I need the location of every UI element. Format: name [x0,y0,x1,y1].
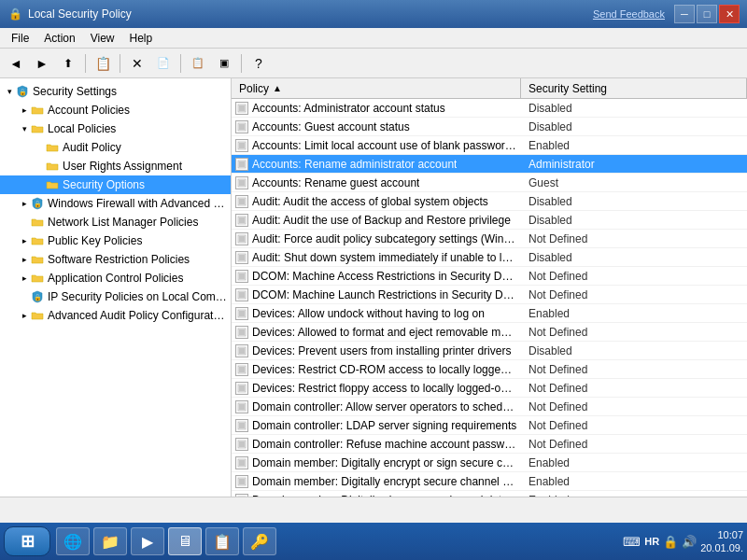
tree-icon-network-list [30,215,45,230]
table-row[interactable]: Domain controller: LDAP server signing r… [232,416,747,435]
policy-cell: Accounts: Rename guest account [232,176,521,189]
table-row[interactable]: Domain member: Digitally encrypt or sign… [232,454,747,472]
table-row[interactable]: Accounts: Rename guest accountGuest [232,174,747,192]
table-row[interactable]: Accounts: Rename administrator accountAd… [232,155,747,174]
minimize-button[interactable]: ─ [674,5,695,23]
show-hide-tree[interactable]: 📋 [91,52,115,75]
tree-icon-advanced-audit [30,308,45,323]
volume-icon[interactable]: 🔊 [682,535,697,549]
table-row[interactable]: Audit: Audit the use of Backup and Resto… [232,211,747,230]
policy-name: Accounts: Administrator account status [252,102,445,115]
table-row[interactable]: Domain controller: Allow server operator… [232,398,747,416]
delete-button[interactable]: ✕ [125,52,149,75]
separator-2 [120,54,120,73]
language-indicator[interactable]: HR [644,536,659,547]
taskbar-media[interactable]: ▶ [131,527,164,555]
policy-cell: Accounts: Guest account status [232,120,521,133]
tree-item-local-policies[interactable]: ▾Local Policies [0,119,231,138]
tree-item-ip-security[interactable]: 🔒IP Security Policies on Local Compute..… [0,287,231,306]
tree-item-security-settings[interactable]: ▾🔒Security Settings [0,82,231,101]
table-row[interactable]: Devices: Allowed to format and eject rem… [232,323,747,342]
close-button[interactable]: ✕ [719,5,740,23]
table-row[interactable]: Accounts: Administrator account statusDi… [232,99,747,118]
table-row[interactable]: DCOM: Machine Access Restrictions in Sec… [232,267,747,286]
table-row[interactable]: Devices: Restrict floppy access to local… [232,379,747,398]
export-button[interactable]: 📋 [186,52,210,75]
keyboard-icon: ⌨ [623,535,641,549]
table-row[interactable]: Accounts: Guest account statusDisabled [232,118,747,136]
forward-button[interactable]: ► [30,52,54,75]
policy-name: Audit: Audit the access of global system… [252,195,488,208]
help-button[interactable]: ? [247,52,271,75]
tree-item-public-key[interactable]: ▸Public Key Policies [0,231,231,250]
table-row[interactable]: Audit: Audit the access of global system… [232,192,747,211]
tree-item-audit-policy[interactable]: Audit Policy [0,138,231,157]
up-button[interactable]: ⬆ [56,52,80,75]
tree-item-advanced-audit[interactable]: ▸Advanced Audit Policy Configuration [0,306,231,325]
security-setting: Disabled [521,214,747,227]
tree-item-account-policies[interactable]: ▸Account Policies [0,101,231,119]
table-row[interactable]: Domain controller: Refuse machine accoun… [232,435,747,454]
taskbar-ie[interactable]: 🌐 [56,527,90,555]
tree-item-network-list[interactable]: Network List Manager Policies [0,213,231,231]
policy-row-icon [235,102,248,115]
menu-help[interactable]: Help [122,30,161,47]
tree-item-security-options[interactable]: Security Options [0,175,231,194]
menu-bar: File Action View Help [0,28,747,49]
column-header-policy[interactable]: Policy ▲ [232,78,521,98]
svg-text:🔒: 🔒 [19,88,27,96]
policy-name: Devices: Allowed to format and eject rem… [252,326,517,339]
table-row[interactable]: DCOM: Machine Launch Restrictions in Sec… [232,286,747,304]
taskbar-mmc[interactable]: 🖥 [168,527,202,555]
main-content: ▾🔒Security Settings▸Account Policies▾Loc… [0,78,747,497]
column-header-setting[interactable]: Security Setting [521,78,747,98]
taskbar-docs[interactable]: 📋 [205,527,239,555]
table-row[interactable]: Domain member: Digitally sign secure cha… [232,491,747,497]
tree-item-software-restriction[interactable]: ▸Software Restriction Policies [0,250,231,269]
policy-row-icon [235,288,248,301]
tree-label-security-options: Security Options [63,178,145,191]
back-button[interactable]: ◄ [4,52,28,75]
security-setting: Enabled [521,475,747,488]
table-row[interactable]: Audit: Force audit policy subcategory se… [232,230,747,248]
menu-action[interactable]: Action [36,30,82,47]
tree-item-windows-firewall[interactable]: ▸🔒Windows Firewall with Advanced Secu... [0,194,231,213]
table-row[interactable]: Domain member: Digitally encrypt secure … [232,472,747,491]
security-setting: Disabled [521,344,747,357]
table-row[interactable]: Devices: Allow undock without having to … [232,304,747,323]
security-setting: Disabled [521,251,747,264]
tree-item-user-rights[interactable]: User Rights Assignment [0,157,231,175]
security-setting: Disabled [521,120,747,133]
table-row[interactable]: Devices: Prevent users from installing p… [232,342,747,360]
tree-icon-ip-security: 🔒 [30,289,45,304]
menu-view[interactable]: View [83,30,122,47]
table-row[interactable]: Devices: Restrict CD-ROM access to local… [232,360,747,379]
view-options[interactable]: ▣ [212,52,236,75]
start-button[interactable]: ⊞ [4,526,50,556]
policy-row-icon [235,400,248,413]
taskbar: ⊞ 🌐 📁 ▶ 🖥 📋 🔑 ⌨ HR 🔒 🔊 10:07 20.01.09. [0,523,747,560]
policy-cell: Audit: Audit the access of global system… [232,195,521,208]
tree-label-network-list: Network List Manager Policies [48,216,198,229]
policy-cell: Accounts: Rename administrator account [232,158,521,171]
tree-icon-account-policies [30,103,45,118]
security-setting: Administrator [521,158,747,171]
policy-row-icon [235,456,248,469]
app-icon: 🔒 [7,7,22,21]
policy-row-icon [235,363,248,376]
menu-file[interactable]: File [4,30,36,47]
policy-cell: Accounts: Administrator account status [232,102,521,115]
send-feedback-link[interactable]: Send Feedback [593,8,665,20]
table-row[interactable]: Accounts: Limit local account use of bla… [232,136,747,155]
table-row[interactable]: Audit: Shut down system immediately if u… [232,248,747,267]
tree-item-app-control[interactable]: ▸Application Control Policies [0,269,231,287]
properties-button[interactable]: 📄 [151,52,176,75]
policy-cell: Devices: Allow undock without having to … [232,307,521,320]
policy-name: Accounts: Rename guest account [252,176,419,189]
taskbar-explorer[interactable]: 📁 [93,527,127,555]
maximize-button[interactable]: □ [697,5,717,23]
tree-label-app-control: Application Control Policies [48,272,183,285]
policy-row-icon [235,120,248,133]
policy-row-icon [235,438,248,451]
taskbar-security[interactable]: 🔑 [243,527,276,555]
